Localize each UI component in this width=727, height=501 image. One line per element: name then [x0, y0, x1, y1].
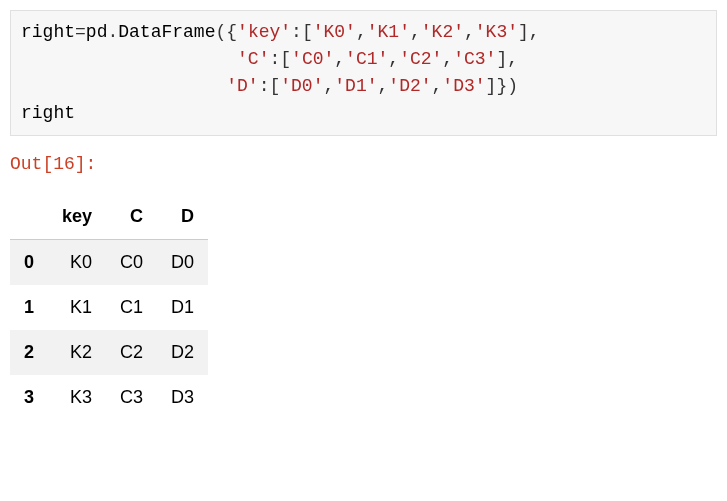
cell: K3 — [48, 375, 106, 420]
comma: , — [464, 22, 475, 42]
indent — [21, 76, 226, 96]
comma: , — [334, 49, 345, 69]
lbracket: [ — [280, 49, 291, 69]
lbracket: [ — [269, 76, 280, 96]
index-header — [10, 194, 48, 240]
cell: C3 — [106, 375, 157, 420]
dot: . — [107, 22, 118, 42]
str-d2: 'D2' — [388, 76, 431, 96]
colon: : — [259, 76, 270, 96]
comma: , — [388, 49, 399, 69]
comma: , — [410, 22, 421, 42]
str-c2: 'C2' — [399, 49, 442, 69]
str-d3: 'D3' — [442, 76, 485, 96]
str-k3: 'K3' — [475, 22, 518, 42]
col-header: key — [48, 194, 106, 240]
comma: , — [442, 49, 453, 69]
code-expr: right — [21, 103, 75, 123]
str-d1: 'D1' — [334, 76, 377, 96]
cell: D2 — [157, 330, 208, 375]
code-func: DataFrame — [118, 22, 215, 42]
code-var: right — [21, 22, 75, 42]
output-label: Out[16]: — [10, 154, 717, 174]
str-c-key: 'C' — [237, 49, 269, 69]
code-input-cell[interactable]: right=pd.DataFrame({'key':['K0','K1','K2… — [10, 10, 717, 136]
row-index: 0 — [10, 240, 48, 286]
str-k2: 'K2' — [421, 22, 464, 42]
table-row: 2 K2 C2 D2 — [10, 330, 208, 375]
comma: , — [356, 22, 367, 42]
cell: K1 — [48, 285, 106, 330]
rbracket: ] — [518, 22, 529, 42]
lbracket: [ — [302, 22, 313, 42]
str-c3: 'C3' — [453, 49, 496, 69]
cell: C0 — [106, 240, 157, 286]
colon: : — [269, 49, 280, 69]
cell: K2 — [48, 330, 106, 375]
table-header-row: key C D — [10, 194, 208, 240]
colon: : — [291, 22, 302, 42]
row-index: 1 — [10, 285, 48, 330]
open-brace: ({ — [215, 22, 237, 42]
str-key: 'key' — [237, 22, 291, 42]
table-row: 1 K1 C1 D1 — [10, 285, 208, 330]
str-k0: 'K0' — [313, 22, 356, 42]
cell: C2 — [106, 330, 157, 375]
str-c0: 'C0' — [291, 49, 334, 69]
str-d0: 'D0' — [280, 76, 323, 96]
code-module: pd — [86, 22, 108, 42]
table-row: 0 K0 C0 D0 — [10, 240, 208, 286]
cell: C1 — [106, 285, 157, 330]
str-k1: 'K1' — [367, 22, 410, 42]
col-header: C — [106, 194, 157, 240]
comma: , — [529, 22, 540, 42]
indent — [21, 49, 237, 69]
comma: , — [323, 76, 334, 96]
dataframe-table: key C D 0 K0 C0 D0 1 K1 C1 D1 2 K2 C2 D2… — [10, 194, 208, 420]
cell: D1 — [157, 285, 208, 330]
table-row: 3 K3 C3 D3 — [10, 375, 208, 420]
cell: D0 — [157, 240, 208, 286]
str-c1: 'C1' — [345, 49, 388, 69]
cell: K0 — [48, 240, 106, 286]
comma: , — [432, 76, 443, 96]
rbracket: ] — [496, 49, 507, 69]
str-d-key: 'D' — [226, 76, 258, 96]
comma: , — [378, 76, 389, 96]
row-index: 2 — [10, 330, 48, 375]
cell: D3 — [157, 375, 208, 420]
row-index: 3 — [10, 375, 48, 420]
eq: = — [75, 22, 86, 42]
close-brace: ]}) — [486, 76, 518, 96]
col-header: D — [157, 194, 208, 240]
comma: , — [507, 49, 518, 69]
